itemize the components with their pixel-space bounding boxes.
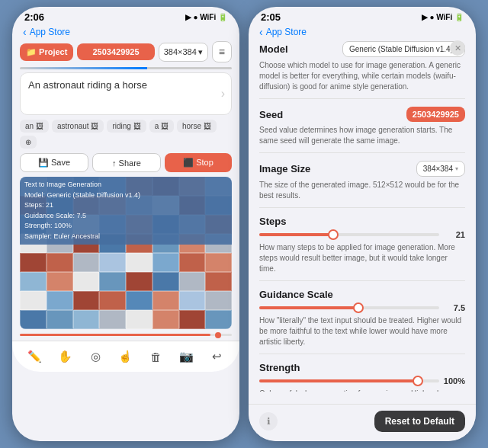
status-bar-left: 2:06 ▶ ● WiFi 🔋 (12, 7, 239, 24)
tag-astronaut[interactable]: astronaut 🖼 (52, 120, 104, 133)
back-arrow-right: ‹ (259, 26, 263, 38)
guidance-desc: How "literally" the text input should be… (259, 315, 465, 347)
seed-section: Seed 2503429925 Seed value determines ho… (259, 107, 465, 153)
filter-button[interactable]: ≡ (212, 41, 232, 62)
image-area: Text to Image Generation Model: Generic … (20, 177, 232, 329)
guidance-row: Guidance Scale (259, 289, 465, 300)
model-label: Model (259, 43, 288, 55)
nav-left[interactable]: ‹ App Store (12, 24, 239, 41)
guidance-slider-fill (259, 306, 358, 309)
model-section: Model Generic (Stable Diffusion v1.4) ▾ … (259, 41, 465, 99)
image-size-dropdown[interactable]: 384×384 ▾ (416, 161, 465, 177)
save-button[interactable]: 💾 Save (20, 153, 88, 172)
strength-row: Strength (259, 362, 465, 373)
progress-bar (20, 334, 232, 336)
settings-scroll[interactable]: Model Generic (Stable Diffusion v1.4) ▾ … (249, 41, 476, 392)
mosaic-cell (20, 253, 47, 272)
chevron-down-icon2: ▾ (455, 165, 458, 172)
seed-desc: Seed value determines how image generati… (259, 125, 465, 146)
info-button[interactable]: ℹ (259, 412, 278, 430)
nav-title-left[interactable]: App Store (30, 27, 70, 37)
seed-label: Seed (259, 109, 283, 120)
mosaic-cell (179, 272, 206, 291)
steps-slider-track[interactable] (259, 233, 439, 236)
model-dropdown[interactable]: Generic (Stable Diffusion v1.4) ▾ (342, 41, 465, 57)
tag-add[interactable]: ⊕ (20, 136, 37, 149)
reset-button[interactable]: Reset to Default (374, 411, 465, 432)
share-button[interactable]: ↑ Share (92, 153, 161, 172)
status-icons-right: ▶ ● WiFi 🔋 (422, 13, 464, 21)
overlay-line1: Text to Image Generation (24, 180, 227, 190)
tag-a[interactable]: a 🖼 (149, 120, 174, 133)
mosaic-cell (47, 253, 73, 272)
nav-title-right[interactable]: App Store (266, 27, 307, 37)
overlay-line4: Guidance Scale: 7.5 (24, 211, 227, 222)
bottom-bar-right: ℹ Reset to Default (249, 404, 476, 441)
time-right: 2:05 (261, 11, 281, 23)
overlay-line5: Strength: 100% (24, 221, 227, 232)
tool-camera[interactable]: 📷 (174, 344, 198, 369)
mosaic-cell (20, 310, 47, 329)
mosaic-cell (99, 253, 126, 272)
steps-desc: How many steps to be applied for image g… (259, 242, 465, 274)
steps-slider-container: 21 (259, 230, 465, 239)
top-row: 📁 Project 2503429925 384×384 ▾ ≡ (20, 41, 232, 62)
mosaic-cell (126, 291, 152, 310)
mosaic-cell (73, 291, 100, 310)
guidance-value: 7.5 (444, 303, 465, 312)
guidance-label: Guidance Scale (259, 289, 333, 300)
right-phone: 2:05 ▶ ● WiFi 🔋 ‹ App Store ✕ Model Gene… (249, 7, 476, 441)
mosaic-cell (99, 272, 126, 291)
project-button[interactable]: 📁 Project (20, 43, 73, 61)
tag-riding[interactable]: riding 🖼 (107, 120, 146, 133)
image-size-value: 384×384 (423, 165, 453, 173)
close-button[interactable]: ✕ (450, 40, 465, 56)
status-bar-right: 2:05 ▶ ● WiFi 🔋 (249, 7, 476, 24)
strength-label: Strength (259, 362, 300, 373)
tags-row: an 🖼 astronaut 🖼 riding 🖼 a 🖼 horse 🖼 ⊕ (20, 120, 232, 149)
size-selector[interactable]: 384×384 ▾ (159, 43, 208, 62)
tool-eraser[interactable]: ◎ (83, 344, 108, 369)
model-desc: Choose which model to use for image gene… (259, 60, 465, 92)
mosaic-cell (205, 253, 232, 272)
strength-desc: Only useful when generating from an imag… (259, 389, 465, 392)
seed-row: Seed 2503429925 (259, 107, 465, 122)
strength-slider-track[interactable] (259, 379, 439, 382)
divider5 (259, 354, 465, 354)
seed-value-badge[interactable]: 2503429925 (406, 107, 465, 122)
tool-pencil[interactable]: ✏️ (23, 344, 47, 369)
overlay-line3: Steps: 21 (24, 200, 227, 211)
mosaic-cell (205, 310, 232, 329)
mosaic-cell (20, 291, 47, 310)
mosaic-cell (47, 291, 73, 310)
mosaic-cell (47, 272, 73, 291)
mosaic-cell (99, 310, 126, 329)
mosaic-cell (20, 272, 47, 291)
prompt-box[interactable]: An astronaut riding a horse › (20, 72, 232, 115)
nav-right[interactable]: ‹ App Store (249, 24, 476, 41)
back-arrow-left: ‹ (23, 26, 27, 38)
steps-slider-thumb (328, 229, 339, 240)
tag-an[interactable]: an 🖼 (20, 120, 49, 133)
tool-undo[interactable]: ↩ (204, 344, 229, 369)
tag-horse[interactable]: horse 🖼 (177, 120, 217, 133)
strength-value: 100% (444, 376, 465, 386)
seed-button[interactable]: 2503429925 (77, 43, 154, 60)
top-slider-row (20, 67, 232, 69)
mosaic-cell (205, 272, 232, 291)
progress-thumb (215, 332, 221, 338)
mosaic-cell (152, 272, 179, 291)
strength-slider-thumb (413, 376, 423, 386)
guidance-section: Guidance Scale 7.5 How "literally" the t… (259, 289, 465, 354)
top-slider[interactable] (20, 67, 232, 69)
tool-trash[interactable]: 🗑 (144, 344, 169, 369)
strength-section: Strength 100% Only useful when generatin… (259, 362, 465, 392)
image-overlay: Text to Image Generation Model: Generic … (20, 177, 232, 245)
mosaic-cell (152, 310, 179, 329)
tool-hand[interactable]: ✋ (53, 344, 78, 369)
stop-button[interactable]: ⬛ Stop (165, 153, 232, 172)
prompt-text: An astronaut riding a horse (28, 79, 147, 91)
guidance-slider-track[interactable] (259, 306, 439, 309)
tool-finger[interactable]: ☝ (114, 344, 138, 369)
image-size-row: Image Size 384×384 ▾ (259, 161, 465, 177)
